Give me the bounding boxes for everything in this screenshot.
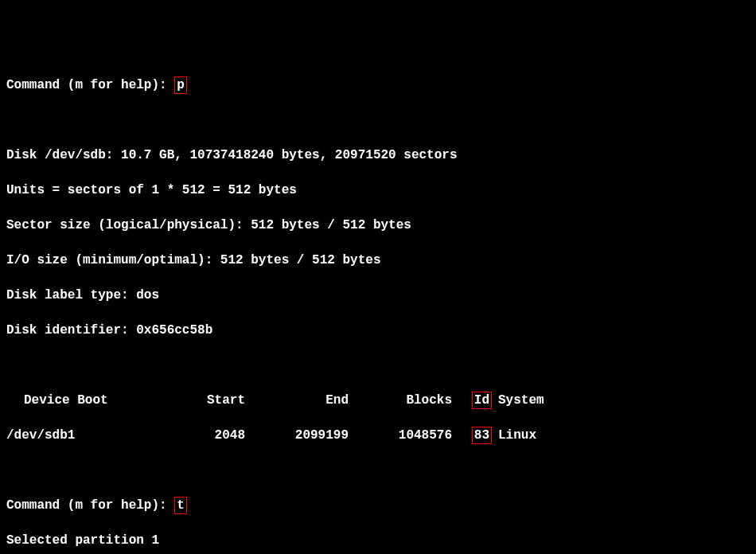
hdr-end: End [245, 392, 349, 409]
partition-row-1: /dev/sdb120482099199104857683Linux [6, 427, 750, 444]
disk-info-3: Sector size (logical/physical): 512 byte… [6, 217, 750, 234]
disk-info-6: Disk identifier: 0x656cc58b [6, 322, 750, 339]
cmd-prompt: Command (m for help): [6, 498, 174, 513]
cmd-line-2: Command (m for help): t [6, 497, 750, 514]
row-device: /dev/sdb1 [6, 427, 150, 444]
blank [6, 462, 750, 479]
disk-info-2: Units = sectors of 1 * 512 = 512 bytes [6, 181, 750, 199]
hdr-id: Id [452, 392, 492, 409]
hdr-system: System [492, 392, 544, 409]
cmd-input-t[interactable]: t [174, 497, 187, 514]
disk-info-5: Disk label type: dos [6, 287, 750, 304]
hdr-blocks: Blocks [349, 392, 452, 409]
disk-info-1: Disk /dev/sdb: 10.7 GB, 10737418240 byte… [6, 146, 750, 164]
blank [6, 357, 750, 374]
blank [6, 111, 750, 129]
row-id: 83 [452, 427, 492, 444]
partition-header-1: Device BootStartEndBlocksIdSystem [6, 392, 750, 409]
row-start: 2048 [150, 427, 245, 444]
hdr-device: Device Boot [6, 392, 150, 409]
cmd-line-1: Command (m for help): p [6, 76, 750, 94]
cmd-input-p1[interactable]: p [174, 76, 187, 94]
row-blocks: 1048576 [349, 427, 452, 444]
hdr-start: Start [150, 392, 245, 409]
row-system: Linux [492, 427, 536, 444]
cmd-prompt: Command (m for help): [6, 78, 174, 92]
row-end: 2099199 [245, 427, 349, 444]
selected-partition: Selected partition 1 [6, 532, 750, 549]
disk-info-4: I/O size (minimum/optimal): 512 bytes / … [6, 252, 750, 269]
